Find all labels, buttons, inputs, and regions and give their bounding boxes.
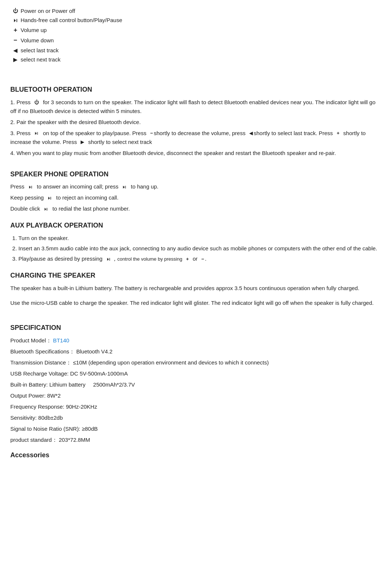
- bluetooth-p4: 4. When you want to play music from anot…: [10, 149, 382, 158]
- volume-down-icon: −: [10, 36, 21, 45]
- icon-row-volup: + Volume up: [10, 25, 382, 35]
- spec-row-dist: Transmission Distance： ≤10M (depending u…: [10, 358, 382, 367]
- vol-down-inline2: −: [201, 256, 204, 263]
- spec-row-standard: product standard： 203*72.8MM: [10, 436, 382, 444]
- spec-label-model: Product Model：: [10, 337, 52, 343]
- next-track-label: select next track: [21, 55, 60, 64]
- bluetooth-p3: 3. Press ⏯ on top of the speaker to play…: [10, 129, 382, 147]
- specification-section: SPECIFICATION Product Model： BT140 Bluet…: [10, 323, 382, 461]
- spec-value-standard: 203*72.8MM: [59, 437, 90, 443]
- vol-up-inline2: +: [186, 256, 189, 263]
- bluetooth-p2: 2. Pair the speaker with the desired Blu…: [10, 118, 382, 127]
- aux-item-2: Insert an 3.5mm audio cable into the aux…: [18, 244, 382, 253]
- charging-title: CHARGING THE SPEAKER: [10, 271, 382, 281]
- charging-section: CHARGING THE SPEAKER The speaker has a b…: [10, 271, 382, 307]
- spec-row-battery: Built-in Battery: Lithium battery 2500mA…: [10, 380, 382, 389]
- volume-up-label: Volume up: [21, 26, 47, 34]
- pp-icon-inline5: ⏯: [44, 205, 49, 213]
- aux-title: AUX PLAYBACK OPERATION: [10, 221, 382, 231]
- speaker-phone-p2: Keep pessing ⏯ to reject an incoming cal…: [10, 193, 382, 202]
- pp-icon-inline6: ⏯: [106, 256, 111, 263]
- power-icon: ⏻: [10, 7, 21, 15]
- prev-inline: ◀: [249, 130, 253, 137]
- playpause-label: Hands-free call control button/Play/Paus…: [21, 16, 122, 24]
- spec-row-power: Output Power: 8W*2: [10, 391, 382, 400]
- spec-value-freq: 90Hz-20KHz: [66, 403, 97, 410]
- icon-row-next: ▶ select next track: [10, 55, 382, 64]
- spec-title: SPECIFICATION: [10, 323, 382, 333]
- volume-down-label: Volume down: [21, 36, 54, 45]
- spec-row-sensitivity: Sensitivity: 80db±2db: [10, 413, 382, 422]
- pp-icon-inline3: ⏯: [122, 183, 127, 191]
- next-inline: ▶: [81, 138, 84, 146]
- pp-icon-inline1: ⏯: [34, 130, 39, 137]
- icon-list: ⏻ Power on or Power off ⏯ Hands-free cal…: [10, 7, 382, 64]
- vol-down-inline: −: [150, 130, 153, 137]
- prev-track-label: select last track: [21, 46, 59, 54]
- icon-row-prev: ◀ select last track: [10, 46, 382, 54]
- playpause-icon: ⏯: [10, 16, 21, 24]
- speaker-phone-section: SPEAKER PHONE OPERATION Press ⏯ to answe…: [10, 169, 382, 214]
- aux-item-3: Play/pause as desired by pressing ⏯，cont…: [18, 254, 382, 263]
- spec-value-model: BT140: [53, 337, 69, 343]
- icon-row-playpause: ⏯ Hands-free call control button/Play/Pa…: [10, 16, 382, 24]
- spec-row-snr: Signal to Noise Ratio (SNR): ≥80dB: [10, 424, 382, 433]
- next-track-icon: ▶: [10, 55, 21, 64]
- prev-track-icon: ◀: [10, 46, 21, 54]
- spec-value-battery: Lithium battery 2500mAh*2/3.7V: [49, 381, 135, 388]
- speaker-phone-title: SPEAKER PHONE OPERATION: [10, 169, 382, 180]
- power-label: Power on or Power off: [21, 7, 75, 15]
- icon-row-power: ⏻ Power on or Power off: [10, 7, 382, 15]
- aux-item-1: Turn on the speaker.: [18, 234, 382, 243]
- pp-icon-inline4: ⏯: [47, 194, 52, 202]
- spec-value-dist: ≤10M (depending upon operation environme…: [73, 359, 269, 366]
- bluetooth-title: BLUETOOTH OPERATION: [10, 85, 382, 95]
- vol-up-inline: +: [337, 130, 340, 137]
- spec-row-freq: Frequency Response: 90Hz-20KHz: [10, 402, 382, 411]
- power-icon-inline: ⏻: [34, 99, 39, 106]
- aux-small-text: control the volume by pressing: [117, 256, 182, 262]
- spec-label-battery: Built-in Battery:: [10, 381, 49, 388]
- spec-label-sensitivity: Sensitivity:: [10, 415, 38, 421]
- speaker-phone-p3: Double click ⏯ to redial the last phone …: [10, 204, 382, 213]
- spec-label-bt: Bluetooth Specifications：: [10, 348, 75, 355]
- volume-up-icon: +: [10, 25, 21, 35]
- spec-row-model: Product Model： BT140: [10, 336, 382, 345]
- bluetooth-p1: 1. Press ⏻ for 3 seconds to turn on the …: [10, 98, 382, 116]
- icon-row-voldown: − Volume down: [10, 36, 382, 45]
- bluetooth-section: BLUETOOTH OPERATION 1. Press ⏻ for 3 sec…: [10, 85, 382, 158]
- spec-label-usb: USB Recharge Voltage:: [10, 370, 70, 377]
- spec-value-snr: ≥80dB: [82, 426, 98, 432]
- pp-icon-inline2: ⏯: [28, 183, 33, 191]
- spec-row-bt: Bluetooth Specifications： Bluetooth V4.2: [10, 347, 382, 356]
- spec-label-freq: Frequency Response:: [10, 403, 66, 410]
- aux-section: AUX PLAYBACK OPERATION Turn on the speak…: [10, 221, 382, 263]
- accessories-title: Accessories: [10, 451, 49, 459]
- spec-row-usb: USB Recharge Voltage: DC 5V-500mA-1000mA: [10, 369, 382, 378]
- aux-list: Turn on the speaker. Insert an 3.5mm aud…: [18, 234, 382, 263]
- charging-p1: The speaker has a built-in Lithium batte…: [10, 284, 382, 293]
- spec-value-usb: DC 5V-500mA-1000mA: [70, 370, 128, 377]
- speaker-phone-p1: Press ⏯ to answer an incoming call; pres…: [10, 182, 382, 191]
- spec-value-power: 8W*2: [47, 392, 61, 399]
- spec-value-sensitivity: 80db±2db: [38, 415, 63, 421]
- charging-p2: Use the micro-USB cable to charge the sp…: [10, 299, 382, 307]
- spec-label-power: Output Power:: [10, 392, 47, 399]
- spec-label-snr: Signal to Noise Ratio (SNR):: [10, 426, 82, 432]
- spec-label-dist: Transmission Distance：: [10, 359, 71, 366]
- spec-value-bt: Bluetooth V4.2: [76, 348, 112, 355]
- spec-label-standard: product standard：: [10, 437, 57, 443]
- or-text: or: [193, 256, 197, 262]
- spec-fields: Product Model： BT140 Bluetooth Specifica…: [10, 336, 382, 444]
